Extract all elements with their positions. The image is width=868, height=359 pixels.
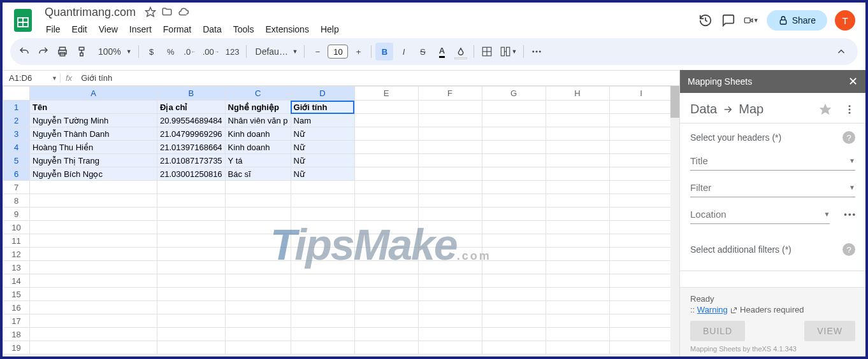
- cell-A4[interactable]: Hoàng Thu Hiền: [30, 141, 157, 154]
- cell-B2[interactable]: 20.99554689484: [157, 114, 226, 127]
- cell-A18[interactable]: [30, 328, 157, 341]
- menu-extensions[interactable]: Extensions: [260, 22, 314, 37]
- cell-D3[interactable]: Nữ: [291, 127, 354, 141]
- comment-icon[interactable]: [721, 13, 736, 28]
- cell-C9[interactable]: [225, 208, 291, 221]
- row-header-13[interactable]: 13: [3, 261, 30, 274]
- cell-F15[interactable]: [418, 288, 482, 301]
- cell-C17[interactable]: [225, 314, 291, 328]
- cell-B16[interactable]: [157, 301, 226, 314]
- currency-button[interactable]: $: [143, 43, 161, 60]
- fontsize-decrease[interactable]: −: [308, 43, 326, 60]
- cell-D17[interactable]: [291, 314, 354, 328]
- cell-B9[interactable]: [157, 208, 226, 221]
- cell-B19[interactable]: [157, 341, 226, 355]
- increase-decimal-button[interactable]: .00→: [200, 43, 222, 60]
- cell-D11[interactable]: [291, 234, 354, 248]
- menu-edit[interactable]: Edit: [67, 22, 92, 37]
- row-header-19[interactable]: 19: [3, 341, 30, 355]
- col-header-A[interactable]: A: [30, 87, 157, 101]
- cell-F8[interactable]: [418, 194, 482, 208]
- cell-B14[interactable]: [157, 274, 226, 288]
- row-header-4[interactable]: 4: [3, 141, 30, 154]
- cell-E17[interactable]: [354, 314, 418, 328]
- cell-F17[interactable]: [418, 314, 482, 328]
- cell-I6[interactable]: [609, 167, 673, 181]
- decrease-decimal-button[interactable]: .0←: [181, 43, 199, 60]
- cell-B15[interactable]: [157, 288, 226, 301]
- cell-B10[interactable]: [157, 221, 226, 234]
- cell-E13[interactable]: [354, 261, 418, 274]
- cell-F3[interactable]: [418, 127, 482, 141]
- cell-E12[interactable]: [354, 248, 418, 261]
- col-header-D[interactable]: D: [291, 87, 354, 101]
- cell-I7[interactable]: [609, 181, 673, 194]
- cell-F1[interactable]: [418, 101, 482, 114]
- cell-H17[interactable]: [546, 314, 609, 328]
- cell-D8[interactable]: [291, 194, 354, 208]
- help-icon[interactable]: ?: [843, 131, 855, 144]
- cell-G14[interactable]: [482, 274, 546, 288]
- cell-H12[interactable]: [546, 248, 609, 261]
- print-button[interactable]: [54, 43, 71, 60]
- cell-H1[interactable]: [546, 101, 609, 114]
- history-icon[interactable]: [698, 13, 713, 28]
- borders-button[interactable]: [478, 43, 496, 60]
- row-header-9[interactable]: 9: [3, 208, 30, 221]
- row-header-17[interactable]: 17: [3, 314, 30, 328]
- cell-G1[interactable]: [482, 101, 546, 114]
- build-button[interactable]: BUILD: [690, 321, 745, 341]
- cell-D1[interactable]: Giới tính: [291, 101, 354, 114]
- title-dropdown[interactable]: Title▼: [690, 155, 855, 171]
- row-header-12[interactable]: 12: [3, 248, 30, 261]
- cell-G4[interactable]: [482, 141, 546, 154]
- menu-file[interactable]: File: [41, 22, 66, 37]
- cell-F19[interactable]: [418, 341, 482, 355]
- cell-C13[interactable]: [225, 261, 291, 274]
- cell-B5[interactable]: 21.01087173735: [157, 154, 226, 167]
- cell-C2[interactable]: Nhân viên văn p: [225, 114, 291, 127]
- cell-A6[interactable]: Nguyễn Bích Ngọc: [30, 167, 157, 181]
- cell-A9[interactable]: [30, 208, 157, 221]
- cell-E7[interactable]: [354, 181, 418, 194]
- cell-C14[interactable]: [225, 274, 291, 288]
- avatar[interactable]: T: [835, 10, 855, 31]
- cell-I4[interactable]: [609, 141, 673, 154]
- cell-I2[interactable]: [609, 114, 673, 127]
- cell-I18[interactable]: [609, 328, 673, 341]
- row-header-7[interactable]: 7: [3, 181, 30, 194]
- cell-D13[interactable]: [291, 261, 354, 274]
- cell-H13[interactable]: [546, 261, 609, 274]
- cell-C11[interactable]: [225, 234, 291, 248]
- cell-G16[interactable]: [482, 301, 546, 314]
- cell-G10[interactable]: [482, 221, 546, 234]
- cell-C3[interactable]: Kinh doanh: [225, 127, 291, 141]
- move-icon[interactable]: [161, 6, 173, 18]
- cell-F2[interactable]: [418, 114, 482, 127]
- cell-C4[interactable]: Kinh doanh: [225, 141, 291, 154]
- cell-D19[interactable]: [291, 341, 354, 355]
- cell-F10[interactable]: [418, 221, 482, 234]
- cell-E5[interactable]: [354, 154, 418, 167]
- cell-C5[interactable]: Y tá: [225, 154, 291, 167]
- cell-E11[interactable]: [354, 234, 418, 248]
- cell-H19[interactable]: [546, 341, 609, 355]
- col-header-C[interactable]: C: [225, 87, 291, 101]
- cell-I11[interactable]: [609, 234, 673, 248]
- cell-D10[interactable]: [291, 221, 354, 234]
- cell-B8[interactable]: [157, 194, 226, 208]
- cell-D4[interactable]: Nữ: [291, 141, 354, 154]
- paint-format-button[interactable]: [73, 43, 90, 60]
- fill-color-button[interactable]: [452, 43, 470, 60]
- menu-data[interactable]: Data: [198, 22, 227, 37]
- cell-D5[interactable]: Nữ: [291, 154, 354, 167]
- row-header-2[interactable]: 2: [3, 114, 30, 127]
- cell-H5[interactable]: [546, 154, 609, 167]
- cell-H7[interactable]: [546, 181, 609, 194]
- cell-G18[interactable]: [482, 328, 546, 341]
- menu-tools[interactable]: Tools: [228, 22, 259, 37]
- cell-C19[interactable]: [225, 341, 291, 355]
- row-header-10[interactable]: 10: [3, 221, 30, 234]
- cell-D18[interactable]: [291, 328, 354, 341]
- col-header-H[interactable]: H: [546, 87, 609, 101]
